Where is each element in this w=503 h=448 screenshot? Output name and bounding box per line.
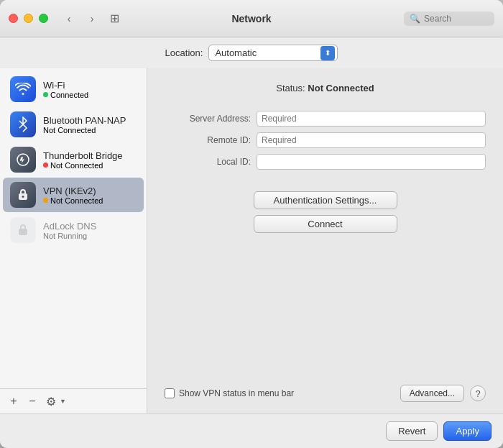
revert-button[interactable]: Revert	[386, 421, 438, 441]
bluetooth-status: Not Connected	[43, 126, 137, 134]
add-network-button[interactable]: +	[6, 393, 22, 409]
advanced-button[interactable]: Advanced...	[400, 385, 464, 402]
wifi-status-text: Connected	[50, 91, 88, 99]
svg-rect-3	[19, 229, 27, 235]
main-window: ‹ › ⊞ Network 🔍 Location: Automatic ⬍	[0, 0, 503, 448]
wifi-name: Wi-Fi	[43, 80, 137, 91]
local-id-input[interactable]	[257, 154, 486, 170]
grid-icon[interactable]: ⊞	[110, 12, 119, 25]
wifi-status-dot	[43, 92, 48, 97]
network-settings-button[interactable]: ⚙	[43, 393, 59, 409]
wifi-status: Connected	[43, 91, 137, 99]
bluetooth-item-text: Bluetooth PAN-NAP Not Connected	[43, 115, 137, 134]
apply-button[interactable]: Apply	[443, 421, 492, 441]
vpn-name: VPN (IKEv2)	[43, 186, 137, 196]
sidebar-item-vpn[interactable]: VPN (IKEv2) Not Connected	[3, 178, 144, 212]
maximize-button[interactable]	[39, 14, 48, 23]
action-buttons: Authentication Settings... Connect	[165, 191, 486, 233]
auth-settings-button[interactable]: Authentication Settings...	[254, 191, 397, 209]
adlock-status-text: Not Running	[43, 232, 87, 240]
titlebar: ‹ › ⊞ Network 🔍	[0, 0, 503, 37]
forward-button[interactable]: ›	[83, 9, 101, 28]
wifi-item-text: Wi-Fi Connected	[43, 80, 137, 99]
back-button[interactable]: ‹	[60, 9, 78, 28]
sidebar-item-wifi[interactable]: Wi-Fi Connected	[3, 72, 144, 106]
remote-id-input[interactable]	[257, 132, 486, 148]
sidebar: Wi-Fi Connected	[0, 68, 147, 413]
main-content: Wi-Fi Connected	[0, 68, 503, 413]
search-input[interactable]	[424, 14, 489, 24]
thunderbolt-item-text: Thunderbolt Bridge Not Connected	[43, 150, 137, 170]
status-label: Status:	[276, 83, 308, 93]
thunderbolt-icon	[10, 147, 36, 173]
vpn-status-row: Status: Not Connected	[165, 83, 486, 93]
detail-pane: Status: Not Connected Server Address: Re…	[147, 68, 503, 413]
vpn-icon	[10, 182, 36, 208]
vpn-status-dot	[43, 198, 48, 203]
settings-group: ⚙ ▼	[43, 393, 66, 409]
sidebar-list: Wi-Fi Connected	[0, 68, 147, 388]
window-title: Network	[231, 13, 271, 24]
sidebar-item-bluetooth[interactable]: Bluetooth PAN-NAP Not Connected	[3, 107, 144, 142]
server-address-label: Server Address:	[165, 114, 251, 124]
search-icon: 🔍	[410, 14, 420, 24]
window-footer: Revert Apply	[0, 413, 503, 448]
sidebar-item-thunderbolt[interactable]: Thunderbolt Bridge Not Connected	[3, 142, 144, 177]
thunderbolt-status-text: Not Connected	[50, 161, 103, 170]
location-select[interactable]: Automatic	[208, 45, 338, 61]
help-button[interactable]: ?	[470, 385, 486, 401]
svg-point-2	[22, 196, 24, 198]
connect-button[interactable]: Connect	[254, 215, 397, 233]
settings-chevron: ▼	[60, 398, 66, 405]
detail-bottom-row: Show VPN status in menu bar Advanced... …	[165, 385, 486, 402]
thunderbolt-status-dot	[43, 163, 48, 168]
adlock-icon	[10, 217, 36, 243]
minimize-button[interactable]	[24, 14, 33, 23]
vpn-item-text: VPN (IKEv2) Not Connected	[43, 186, 137, 205]
adlock-status: Not Running	[43, 232, 137, 240]
thunderbolt-status: Not Connected	[43, 161, 137, 170]
thunderbolt-name: Thunderbolt Bridge	[43, 150, 137, 161]
bluetooth-status-text: Not Connected	[43, 126, 96, 134]
close-button[interactable]	[9, 14, 18, 23]
show-vpn-label: Show VPN status in menu bar	[179, 388, 294, 398]
local-id-row: Local ID:	[165, 154, 486, 170]
vpn-status: Not Connected	[43, 196, 137, 205]
traffic-lights	[9, 14, 48, 23]
vpn-status-text: Not Connected	[50, 196, 103, 205]
search-box: 🔍	[404, 12, 494, 26]
adlock-name: AdLock DNS	[43, 221, 137, 232]
sidebar-item-adlock[interactable]: AdLock DNS Not Running	[3, 213, 144, 247]
remote-id-label: Remote ID:	[165, 135, 251, 145]
sidebar-footer: + − ⚙ ▼	[0, 388, 147, 413]
status-value: Not Connected	[308, 83, 374, 93]
location-label: Location:	[165, 47, 203, 58]
bluetooth-name: Bluetooth PAN-NAP	[43, 115, 137, 126]
bluetooth-icon	[10, 111, 36, 137]
vpn-form: Server Address: Remote ID: Local ID:	[165, 111, 486, 170]
server-address-input[interactable]	[257, 111, 486, 127]
show-vpn-wrapper: Show VPN status in menu bar	[165, 388, 394, 398]
location-select-wrapper: Automatic ⬍	[208, 45, 338, 61]
wifi-icon	[10, 76, 36, 102]
local-id-label: Local ID:	[165, 157, 251, 167]
remote-id-row: Remote ID:	[165, 132, 486, 148]
server-address-row: Server Address:	[165, 111, 486, 127]
adlock-item-text: AdLock DNS Not Running	[43, 221, 137, 240]
show-vpn-checkbox[interactable]	[165, 388, 175, 398]
remove-network-button[interactable]: −	[24, 393, 40, 409]
nav-buttons: ‹ ›	[60, 9, 101, 28]
location-bar: Location: Automatic ⬍	[0, 37, 503, 68]
